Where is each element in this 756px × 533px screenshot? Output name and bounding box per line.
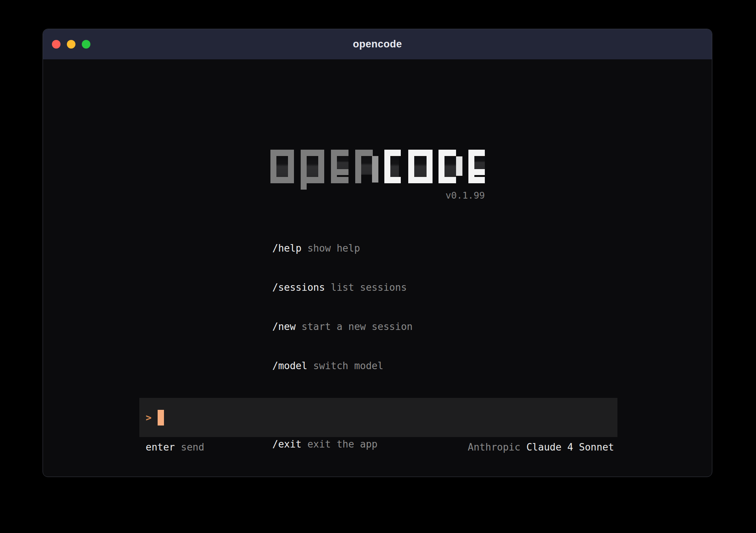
version-label: v0.1.99 xyxy=(270,190,485,201)
command-desc: start a new session xyxy=(301,321,412,332)
command-row: /sessions list sessions xyxy=(272,281,413,294)
opencode-logo: v0.1.99 xyxy=(270,150,485,201)
title-bar: opencode xyxy=(43,29,712,59)
close-button[interactable] xyxy=(52,40,61,49)
prompt-symbol: > xyxy=(146,412,152,423)
command-name: /help xyxy=(272,243,301,254)
model-name: Claude 4 Sonnet xyxy=(526,441,614,453)
command-name: /model xyxy=(272,360,307,371)
command-desc: list sessions xyxy=(331,282,407,293)
command-row: /help show help xyxy=(272,242,413,255)
zoom-button[interactable] xyxy=(82,40,90,49)
status-bar: enter send Anthropic Claude 4 Sonnet xyxy=(139,441,617,453)
text-cursor xyxy=(158,410,164,426)
message-input[interactable]: > xyxy=(139,398,617,437)
keybind-hint: enter send xyxy=(139,441,208,453)
command-list: /help show help /sessions list sessions … xyxy=(272,216,413,477)
command-row: /model switch model xyxy=(272,359,413,373)
model-indicator: Anthropic Claude 4 Sonnet xyxy=(468,441,617,453)
opencode-window: opencode xyxy=(43,29,712,477)
logo-letter-holes xyxy=(276,156,485,177)
terminal-content: v0.1.99 /help show help /sessions list s… xyxy=(43,59,712,477)
window-controls xyxy=(52,29,90,59)
logo-n-right-stem xyxy=(372,156,378,183)
model-provider: Anthropic xyxy=(468,441,520,453)
logo-word-code xyxy=(384,150,485,183)
command-row: /new start a new session xyxy=(272,320,413,333)
command-name: /new xyxy=(272,321,296,332)
keybind-key: enter xyxy=(146,441,175,453)
minimize-button[interactable] xyxy=(67,40,75,49)
command-desc: show help xyxy=(307,243,360,254)
opencode-logo-art xyxy=(270,150,485,190)
logo-d-right-stem xyxy=(456,156,462,176)
window-title: opencode xyxy=(353,38,402,50)
command-name: /sessions xyxy=(272,282,325,293)
keybind-action: send xyxy=(181,441,204,453)
command-desc: switch model xyxy=(313,360,384,371)
